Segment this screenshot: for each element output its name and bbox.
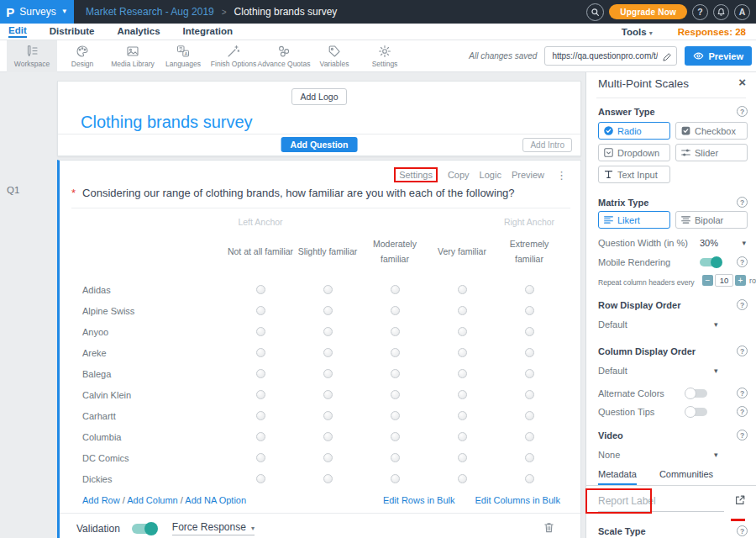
breadcrumb-project[interactable]: Market Research - Aug 2019 (86, 6, 214, 18)
search-icon[interactable] (586, 3, 604, 21)
row-label[interactable]: Dickies (60, 474, 227, 484)
close-icon[interactable]: × (738, 76, 746, 88)
notifications-bell-icon[interactable] (713, 4, 729, 20)
radio-button[interactable] (323, 432, 333, 441)
toolbar-item-design[interactable]: Design (57, 40, 108, 72)
stepper-value[interactable]: 10 (715, 274, 733, 287)
upgrade-now-button[interactable]: Upgrade Now (609, 4, 687, 19)
nav-item-distribute[interactable]: Distribute (50, 26, 95, 37)
radio-button[interactable] (391, 327, 400, 336)
radio-button[interactable] (256, 453, 265, 462)
link-add-na-option[interactable]: Add NA Option (185, 495, 246, 505)
radio-button[interactable] (458, 327, 467, 336)
radio-button[interactable] (323, 327, 333, 336)
edit-url-pencil-icon[interactable] (662, 50, 672, 66)
preview-button[interactable]: Preview (685, 46, 752, 66)
radio-button[interactable] (525, 453, 534, 462)
radio-button[interactable] (323, 474, 333, 483)
help-icon[interactable]: ? (737, 430, 748, 440)
answer-type-radio[interactable]: Radio (598, 122, 670, 140)
question-menu-copy[interactable]: Copy (448, 170, 470, 180)
help-icon[interactable]: ? (737, 106, 748, 117)
nav-item-integration[interactable]: Integration (183, 26, 233, 37)
right-anchor-label[interactable]: Right Anchor (504, 217, 554, 227)
matrix-type-bipolar[interactable]: Bipolar (675, 211, 748, 229)
question-menu-logic[interactable]: Logic (480, 170, 501, 180)
radio-button[interactable] (458, 306, 467, 315)
question-text[interactable]: Considering our range of clothing brands… (82, 187, 515, 199)
radio-button[interactable] (458, 411, 467, 420)
report-label-input[interactable] (598, 493, 724, 512)
app-logo[interactable]: P Surveys ▼ (0, 0, 74, 24)
row-label[interactable]: Adidas (60, 285, 227, 295)
toolbar-item-advance-quotas[interactable]: Advance Quotas (259, 40, 309, 72)
radio-button[interactable] (256, 348, 265, 357)
link-add-column[interactable]: Add Column (127, 495, 178, 505)
radio-button[interactable] (391, 390, 400, 399)
column-header[interactable]: Moderately familiar (361, 237, 428, 267)
nav-item-analytics[interactable]: Analytics (117, 26, 160, 37)
help-icon[interactable]: ? (737, 525, 748, 536)
radio-button[interactable] (458, 369, 467, 378)
row-label[interactable]: Areke (60, 348, 227, 358)
toolbar-item-workspace[interactable]: Workspace (7, 40, 57, 72)
radio-button[interactable] (458, 390, 467, 399)
help-button[interactable]: ? (692, 4, 708, 20)
left-anchor-label[interactable]: Left Anchor (238, 217, 282, 227)
validation-toggle[interactable] (132, 524, 157, 534)
avatar[interactable]: A (734, 4, 750, 20)
toolbar-item-languages[interactable]: ALanguages (158, 40, 208, 72)
tab-metadata[interactable]: Metadata (598, 469, 637, 485)
toolbar-item-variables[interactable]: Variables (309, 40, 360, 72)
add-question-button[interactable]: Add Question (281, 137, 358, 152)
add-intro-button[interactable]: Add Intro (522, 138, 572, 152)
kebab-menu-icon[interactable]: ⋮ (554, 169, 569, 182)
radio-button[interactable] (391, 348, 400, 357)
external-link-icon[interactable] (734, 494, 746, 508)
alternate-colors-toggle[interactable] (685, 389, 707, 398)
column-header[interactable]: Slightly familiar (298, 245, 358, 260)
toolbar-item-finish-options[interactable]: Finish Options (208, 40, 259, 72)
matrix-type-likert[interactable]: Likert (598, 211, 670, 229)
radio-button[interactable] (525, 306, 534, 315)
row-label[interactable]: Carhartt (60, 411, 227, 421)
radio-button[interactable] (323, 348, 333, 357)
video-select[interactable]: None ▾ (598, 450, 748, 460)
link-add-row[interactable]: Add Row (82, 495, 120, 505)
stepper-minus-button[interactable]: − (702, 275, 713, 286)
radio-button[interactable] (525, 327, 534, 336)
toolbar-item-media-library[interactable]: Media Library (108, 40, 158, 72)
radio-button[interactable] (458, 432, 467, 441)
tools-menu[interactable]: Tools ▾ (622, 27, 653, 37)
radio-button[interactable] (323, 306, 333, 315)
column-header[interactable]: Not at all familiar (228, 245, 293, 260)
answer-type-dropdown[interactable]: Dropdown (598, 144, 670, 161)
question-width-value[interactable]: 30% (700, 238, 718, 248)
radio-button[interactable] (391, 432, 400, 441)
radio-button[interactable] (525, 390, 534, 399)
radio-button[interactable] (458, 285, 467, 294)
radio-button[interactable] (323, 411, 333, 420)
radio-button[interactable] (323, 453, 333, 462)
radio-button[interactable] (525, 474, 534, 483)
question-tips-toggle[interactable] (685, 408, 707, 416)
radio-button[interactable] (391, 411, 400, 420)
row-label[interactable]: Alpine Swiss (60, 306, 227, 316)
mobile-rendering-toggle[interactable] (700, 258, 722, 266)
help-icon[interactable]: ? (737, 345, 748, 356)
radio-button[interactable] (391, 369, 400, 378)
radio-button[interactable] (525, 411, 534, 420)
radio-button[interactable] (256, 285, 265, 294)
radio-button[interactable] (256, 390, 265, 399)
help-icon[interactable]: ? (737, 406, 748, 417)
answer-type-text-input[interactable]: Text Input (598, 166, 670, 183)
radio-button[interactable] (458, 453, 467, 462)
help-icon[interactable]: ? (737, 197, 748, 208)
delete-question-trash-icon[interactable] (543, 521, 555, 537)
radio-button[interactable] (256, 432, 265, 441)
radio-button[interactable] (391, 453, 400, 462)
answer-type-slider[interactable]: Slider (675, 144, 748, 161)
stepper-plus-button[interactable]: + (735, 275, 746, 286)
radio-button[interactable] (458, 348, 467, 357)
radio-button[interactable] (525, 285, 534, 294)
